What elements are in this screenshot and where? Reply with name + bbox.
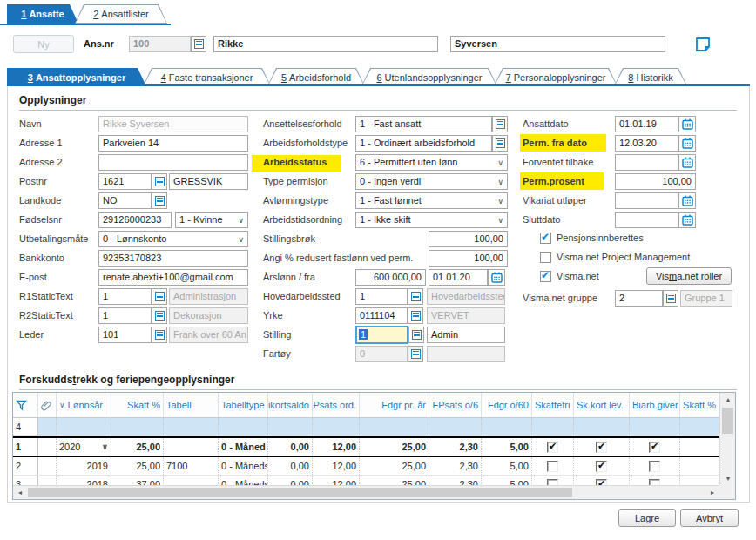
fartoy-lookup-button[interactable] (408, 346, 423, 362)
grid-cell-clip[interactable] (38, 457, 57, 475)
kjonn-select[interactable]: 1 - Kvinne∨ (175, 212, 248, 228)
leder-lookup-button[interactable] (152, 327, 167, 343)
postnr-lookup-button[interactable] (152, 173, 167, 190)
grid-cell-fpsats_o6[interactable]: 2,30 (429, 438, 482, 456)
adresse2-field[interactable] (98, 154, 248, 171)
grid-cell-rownum[interactable]: 4 (13, 418, 38, 435)
visma-net-roller-button[interactable]: Visma.net roller (646, 267, 732, 285)
scroll-up-icon[interactable]: ▴ (720, 393, 736, 407)
stilling-lookup-button[interactable] (408, 327, 424, 343)
ansettelsesforhold-lookup-button[interactable] (492, 116, 508, 132)
grid-cell-skattefri[interactable] (532, 418, 574, 435)
landkode-lookup-button[interactable] (152, 192, 167, 209)
grid-cell-skkort[interactable] (574, 418, 630, 435)
grid-column-header-skatt2[interactable]: Skatt % (680, 393, 719, 417)
grid-column-header-fdgr_o60[interactable]: Fdgr o/60 (482, 393, 532, 417)
grid-column-header-biarb[interactable]: Biarb.giver (630, 393, 680, 417)
visma-project-checkbox[interactable] (540, 252, 551, 263)
grid-cell-clip[interactable] (38, 438, 57, 456)
visma-gruppe-field[interactable]: 2 (615, 290, 663, 307)
postnr-field[interactable]: 1621 (98, 173, 152, 190)
arbeidsforholdstype-field[interactable]: 1 - Ordinært arbeidsforhold (355, 135, 492, 152)
ansattdato-field[interactable]: 01.01.19 (615, 116, 678, 132)
yrke-field[interactable]: 0111104 (355, 307, 408, 324)
r2-field[interactable]: 1 (98, 307, 152, 324)
grid-cell-fdgr_o60[interactable]: 5,00 (482, 457, 532, 475)
type-permisjon-select[interactable]: 0 - Ingen verdi∨ (355, 173, 508, 190)
grid-cell-frikort[interactable] (268, 418, 313, 435)
grid-cell-lonnsar[interactable]: 2019 (57, 457, 111, 475)
grid-cell-fpsats_o6[interactable] (429, 418, 482, 435)
grid-cell-fdgr_pr_ar[interactable] (360, 418, 429, 435)
sluttdato-calendar-button[interactable] (678, 212, 696, 228)
hovedarbeidssted-lookup-button[interactable] (408, 288, 423, 305)
tab-personalopplysninger[interactable]: 7Personalopplysninger (494, 68, 618, 86)
tab-ansattlister[interactable]: 2Ansattlister (75, 4, 167, 24)
grid-column-header-fdgr_pr_ar[interactable]: Fdgr pr. år (360, 393, 429, 417)
grid-cell-fdgr_pr_ar[interactable]: 25,00 (360, 438, 429, 456)
arslonn-calendar-button[interactable] (488, 269, 505, 286)
grid-cell-frikort[interactable]: 0,00 (268, 438, 313, 456)
grid-column-header-skattefri[interactable]: Skattefri (532, 393, 574, 417)
epost-field[interactable]: renate.abexti+100@gmail.com (98, 269, 248, 286)
grid-column-header-skatt[interactable]: Skatt % (111, 393, 164, 417)
grid-column-header-fpsats_ord[interactable]: FPsats ord. (313, 393, 360, 417)
avlonningstype-select[interactable]: 1 - Fast lønnet∨ (355, 192, 508, 209)
fodselsnr-field[interactable]: 29126000233 (98, 212, 172, 228)
grid-attachment-header[interactable] (38, 393, 57, 417)
stilling-field-focused[interactable]: 1 (355, 326, 408, 344)
stilling-text-field[interactable]: Admin (427, 327, 505, 343)
grid-cell-tabell[interactable]: 7100 (164, 457, 219, 475)
adresse1-field[interactable]: Parkveien 14 (98, 135, 248, 152)
ansnr-lookup-button[interactable] (191, 36, 206, 52)
yrke-lookup-button[interactable] (408, 307, 423, 324)
poststed-field[interactable]: GRESSVIK (169, 173, 248, 190)
note-button[interactable] (694, 36, 712, 53)
grid-cell-rownum[interactable]: 1 (13, 438, 38, 456)
grid-cell-clip[interactable] (38, 418, 57, 435)
grid-cell-lonnsar[interactable]: 2020∨ (57, 438, 111, 456)
grid-cell-fpsats_ord[interactable]: 12,00 (313, 438, 360, 456)
grid-cell-fdgr_o60[interactable]: 5,00 (482, 438, 532, 456)
skattefri-cell-checkbox[interactable] (547, 461, 558, 472)
last-name-field[interactable]: Syversen (450, 36, 665, 52)
vikariat-utloper-field[interactable] (615, 192, 678, 209)
grid-cell-tabell[interactable] (164, 418, 219, 435)
table-row[interactable]: 2201925,0071000 - Månedsl0,0012,0025,002… (13, 457, 721, 476)
first-name-field[interactable]: Rikke (213, 36, 438, 52)
pensjonsinnberettes-checkbox[interactable] (540, 233, 551, 244)
grid-cell-skattefri[interactable] (532, 438, 574, 456)
grid-cell-skatt[interactable]: 25,00 (111, 438, 164, 456)
grid-column-header-tabell[interactable]: Tabell (164, 393, 219, 417)
grid-cell-fpsats_ord[interactable]: 12,00 (313, 457, 360, 475)
new-employee-button[interactable]: Ny (13, 35, 74, 53)
r2-lookup-button[interactable] (152, 307, 167, 324)
grid-column-header-skkort[interactable]: Sk.kort lev. (574, 393, 630, 417)
tab-ansatte[interactable]: 1Ansatte (7, 4, 78, 24)
scroll-left-icon[interactable]: ◂ (13, 486, 27, 500)
skkort-cell-checkbox[interactable] (596, 442, 607, 453)
utbetalingsmate-select[interactable]: 0 - Lønnskonto∨ (98, 231, 248, 247)
grid-cell-tabelltype[interactable]: 0 - Månedsl (219, 457, 268, 475)
vikariat-utloper-calendar-button[interactable] (678, 192, 696, 209)
grid-cell-fpsats_ord[interactable] (313, 418, 360, 435)
grid-horizontal-scrollbar[interactable]: ◂ ▸ (13, 485, 719, 499)
perm-fra-dato-field[interactable]: 12.03.20 (615, 135, 678, 152)
grid-filter-header[interactable] (13, 393, 38, 417)
landkode-field[interactable]: NO (98, 192, 152, 209)
grid-cell-skatt2[interactable] (680, 438, 719, 456)
arbeidstidsordning-select[interactable]: 1 - Ikke skift∨ (355, 212, 508, 228)
grid-column-header-frikort[interactable]: Frikortsaldo (268, 393, 313, 417)
skattefri-cell-checkbox[interactable] (547, 442, 558, 453)
grid-cell-skatt2[interactable] (680, 418, 719, 435)
arbeidsforholdstype-lookup-button[interactable] (492, 135, 508, 152)
tab-faste-transaksjoner[interactable]: 4Faste transaksjoner (143, 68, 271, 86)
skkort-cell-checkbox[interactable] (596, 461, 607, 472)
scroll-right-icon[interactable]: ▸ (705, 486, 719, 500)
grid-cell-skatt2[interactable] (680, 457, 719, 475)
grid-cell-fdgr_o60[interactable] (482, 418, 532, 435)
arbeidsstatus-select[interactable]: 6 - Permittert uten lønn∨ (355, 154, 508, 171)
tab-arbeidsforhold[interactable]: 5Arbeidsforhold (267, 68, 365, 86)
table-row[interactable]: 4 (13, 418, 721, 436)
visma-net-checkbox[interactable] (540, 271, 551, 282)
